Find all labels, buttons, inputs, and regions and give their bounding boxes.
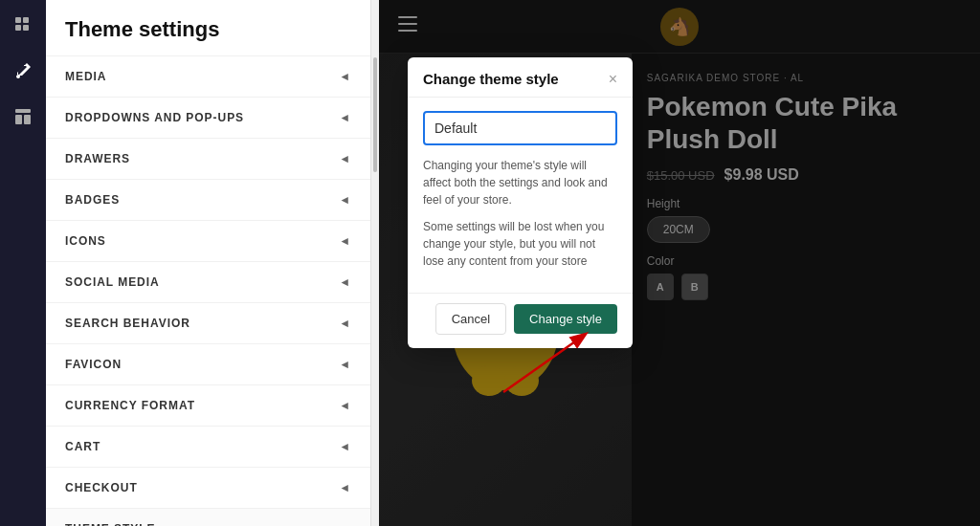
settings-item-label: MEDIA <box>65 70 106 83</box>
chevron-icon: ◄ <box>339 234 351 248</box>
change-style-button[interactable]: Change style <box>514 304 617 334</box>
change-theme-modal: Change theme style × Default Classic Mod… <box>408 57 633 348</box>
chevron-icon: ◄ <box>339 317 351 330</box>
grid-icon[interactable] <box>10 11 36 38</box>
chevron-icon: ◄ <box>339 70 351 83</box>
settings-item-dropdowns[interactable]: DROPDOWNS AND POP-UPS ◄ <box>46 98 370 139</box>
modal-header: Change theme style × <box>408 57 633 98</box>
chevron-icon: ◄ <box>339 440 351 453</box>
settings-item-badges[interactable]: BADGES ◄ <box>46 180 370 221</box>
theme-style-select[interactable]: Default Classic Modern Minimal <box>423 111 617 145</box>
scroll-divider <box>371 0 379 526</box>
chevron-icon: ◄ <box>339 152 351 165</box>
settings-title: Theme settings <box>46 0 370 56</box>
brush-icon[interactable] <box>10 57 36 84</box>
chevron-icon: ◄ <box>339 399 351 412</box>
modal-close-button[interactable]: × <box>609 72 617 87</box>
modal-title: Change theme style <box>423 71 559 87</box>
modal-footer: Cancel Change style <box>408 293 633 348</box>
settings-item-search[interactable]: SEARCH BEHAVIOR ◄ <box>46 303 370 344</box>
modal-text-2: Some settings will be lost when you chan… <box>423 218 617 270</box>
settings-item-label: SEARCH BEHAVIOR <box>65 317 190 330</box>
svg-rect-4 <box>15 109 31 113</box>
modal-body: Default Classic Modern Minimal Changing … <box>408 98 633 293</box>
settings-item-currency[interactable]: CURRENCY FORMAT ◄ <box>46 385 370 427</box>
chevron-right-icon: ► <box>339 522 351 526</box>
settings-item-label: CHECKOUT <box>65 481 138 494</box>
svg-rect-0 <box>15 17 21 23</box>
chevron-icon: ◄ <box>339 111 351 124</box>
svg-rect-2 <box>15 25 21 31</box>
settings-item-icons[interactable]: ICONS ◄ <box>46 221 370 262</box>
chevron-icon: ◄ <box>339 481 351 494</box>
settings-item-media[interactable]: MEDIA ◄ <box>46 56 370 98</box>
settings-item-checkout[interactable]: CHECKOUT ◄ <box>46 468 370 509</box>
svg-rect-5 <box>15 115 22 124</box>
settings-item-drawers[interactable]: DRAWERS ◄ <box>46 139 370 180</box>
settings-item-favicon[interactable]: FAVICON ◄ <box>46 344 370 385</box>
settings-item-label: SOCIAL MEDIA <box>65 275 160 289</box>
settings-item-social[interactable]: SOCIAL MEDIA ◄ <box>46 262 370 303</box>
svg-rect-1 <box>23 17 29 23</box>
settings-item-label: ICONS <box>65 234 106 248</box>
layout-icon[interactable] <box>10 103 36 130</box>
settings-item-label: THEME STYLE <box>65 522 156 526</box>
svg-rect-3 <box>23 25 29 31</box>
settings-item-label: FAVICON <box>65 358 122 371</box>
main-area: 🐴 <box>379 0 980 526</box>
settings-item-label: CURRENCY FORMAT <box>65 399 195 412</box>
settings-item-theme-style[interactable]: THEME STYLE ► <box>46 509 370 526</box>
scroll-thumb[interactable] <box>373 57 377 172</box>
chevron-icon: ◄ <box>339 193 351 207</box>
settings-item-label: CART <box>65 440 100 453</box>
chevron-icon: ◄ <box>339 358 351 371</box>
settings-item-cart[interactable]: CART ◄ <box>46 427 370 468</box>
settings-list: MEDIA ◄ DROPDOWNS AND POP-UPS ◄ DRAWERS … <box>46 56 370 526</box>
settings-sidebar: Theme settings MEDIA ◄ DROPDOWNS AND POP… <box>46 0 371 526</box>
modal-text-1: Changing your theme's style will affect … <box>423 157 617 208</box>
svg-rect-6 <box>24 115 31 124</box>
settings-item-label: DROPDOWNS AND POP-UPS <box>65 111 244 124</box>
modal-overlay: Change theme style × Default Classic Mod… <box>379 0 980 526</box>
cancel-button[interactable]: Cancel <box>435 303 506 335</box>
chevron-icon: ◄ <box>339 275 351 289</box>
icon-sidebar <box>0 0 46 526</box>
settings-item-label: DRAWERS <box>65 152 130 165</box>
settings-item-label: BADGES <box>65 193 120 207</box>
